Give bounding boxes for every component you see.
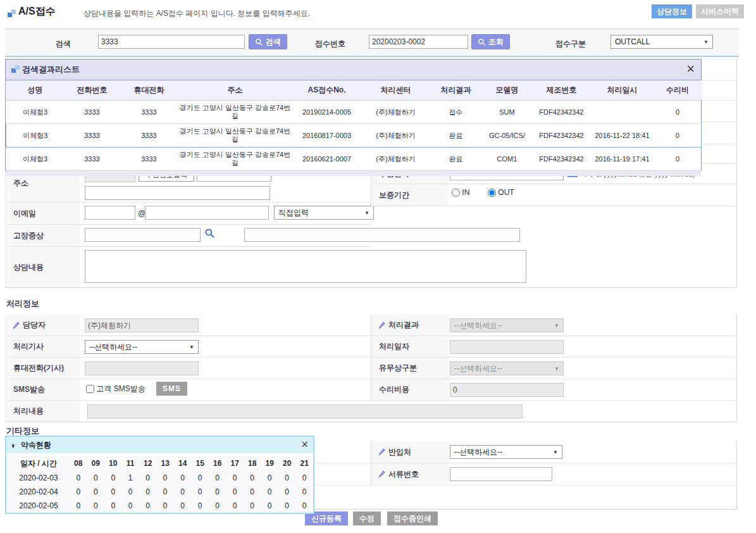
inquiry-button[interactable]: 조회 <box>471 34 510 49</box>
chevron-down-icon: ▼ <box>553 449 558 455</box>
carry-in-select[interactable]: --선택하세요-- ▼ <box>450 445 562 459</box>
process-content-input <box>87 404 523 418</box>
appointment-row: 2020-02-0400000000000000 <box>8 485 313 499</box>
appointment-date: 2020-02-03 <box>8 471 70 485</box>
appointment-popup-header: ◐ 약속현황 × <box>6 437 313 453</box>
appointment-popup: ◐ 약속현황 × 일자 / 시간080910111213141516171819… <box>5 436 314 514</box>
result-header-row: 성명전화번호휴대전화주소AS접수No.처리센터처리결과모델명제조번호처리일시수리… <box>6 80 702 101</box>
result-column-header: AS접수No. <box>292 80 362 101</box>
receipt-type-select[interactable]: OUTCALL ▼ <box>610 35 713 49</box>
sms-checkbox[interactable]: 고객 SMS발송 <box>86 384 146 394</box>
appointment-date: 2020-02-05 <box>8 499 70 513</box>
result-column-header: 처리결과 <box>430 80 482 101</box>
hour-header: 14 <box>174 456 192 471</box>
appointment-count: 0 <box>209 471 226 485</box>
email-id-input[interactable] <box>85 206 135 220</box>
close-icon[interactable]: × <box>301 437 308 452</box>
process-date-label-cell: 처리일자 <box>371 336 449 357</box>
symptom-code-input[interactable] <box>85 228 201 242</box>
process-form: 담당자 처리기사 --선택하세요-- ▼ 휴대전화(기사) SMS발송 고객 S… <box>5 315 737 422</box>
page-title: A/S접수 <box>18 5 56 18</box>
paid-type-select: --선택하세요-- ▼ <box>450 361 564 375</box>
warranty-label: 보증기간 <box>379 190 409 201</box>
consult-content-label: 상담내용 <box>13 262 44 273</box>
result-row[interactable]: 이체험333333333경기도 고양시 일산동구 강송로74번길20160817… <box>6 124 702 147</box>
appointment-count: 0 <box>139 485 157 499</box>
warranty-in-radio[interactable]: IN <box>452 188 469 197</box>
warranty-out-radio[interactable]: OUT <box>488 188 514 197</box>
process-content-label-cell: 처리내용 <box>6 401 80 422</box>
paid-type-label: 유무상구분 <box>379 363 417 373</box>
email-domain-input[interactable] <box>145 206 269 220</box>
appointment-count: 0 <box>261 499 278 513</box>
result-column-header: 처리센터 <box>362 80 430 101</box>
appointment-count: 0 <box>295 471 313 485</box>
result-column-header: 모델명 <box>482 80 533 101</box>
chevron-down-icon: ▼ <box>554 366 559 372</box>
result-column-header: 주소 <box>178 80 292 101</box>
appointment-count: 0 <box>261 471 278 485</box>
as-reception-page: A/S접수 상담내용을 입력하는 A/S접수 페이지 입니다. 정보를 입력해주… <box>0 0 756 533</box>
appointment-count: 0 <box>191 485 209 499</box>
hour-header: 09 <box>87 456 104 471</box>
appointment-count: 0 <box>226 499 244 513</box>
search-button[interactable]: 검색 <box>249 34 287 49</box>
result-row[interactable]: 이체험333333333경기도 고양시 일산동구 강송로74번길20190214… <box>6 101 702 124</box>
appointment-count: 0 <box>226 485 244 499</box>
result-column-header: 수리비 <box>654 80 702 101</box>
carry-in-label: 반입처 <box>388 447 411 458</box>
pen-icon <box>379 448 385 456</box>
address-detail-input[interactable] <box>85 186 270 200</box>
manager-label: 담당자 <box>23 320 46 330</box>
manager-input <box>85 318 199 332</box>
hour-header: 21 <box>295 456 313 471</box>
consult-content-textarea[interactable] <box>85 250 526 283</box>
process-date-input <box>450 340 564 354</box>
process-section-title: 처리정보 <box>6 298 39 310</box>
close-icon[interactable]: × <box>686 60 695 78</box>
print-button[interactable]: 접수증인쇄 <box>387 511 438 525</box>
search-icon <box>478 38 486 46</box>
service-history-button[interactable]: 서비스이력 <box>696 4 744 18</box>
divider <box>371 206 738 206</box>
email-domain-select[interactable]: 직접입력 ▼ <box>274 206 374 220</box>
doc-no-input[interactable] <box>450 467 552 481</box>
repair-cost-input <box>450 383 564 397</box>
consult-info-button[interactable]: 상담정보 <box>652 4 692 18</box>
appointment-count: 0 <box>104 471 122 485</box>
appointment-count: 0 <box>174 485 192 499</box>
hour-header: 19 <box>261 456 278 471</box>
engineer-select[interactable]: --선택하세요-- ▼ <box>85 340 199 354</box>
appointment-count: 0 <box>70 471 87 485</box>
appointment-count: 0 <box>209 499 226 513</box>
appointment-date: 2020-02-04 <box>8 485 70 499</box>
appointment-count: 0 <box>244 485 261 499</box>
search-result-popup: 검색결과리스트 × 성명전화번호휴대전화주소AS접수No.처리센터처리결과모델명… <box>5 59 702 171</box>
hour-header: 08 <box>70 456 87 471</box>
sms-send-button[interactable]: SMS <box>156 382 187 396</box>
result-column-header: 휴대전화 <box>120 80 178 101</box>
modify-button[interactable]: 수정 <box>353 511 381 525</box>
symptom-text-input[interactable] <box>244 228 520 242</box>
page-subtitle: 상담내용을 입력하는 A/S접수 페이지 입니다. 정보를 입력해주세요. <box>84 8 310 19</box>
appointment-count: 0 <box>70 485 87 499</box>
appointment-count: 0 <box>104 499 122 513</box>
symptom-search-icon[interactable] <box>204 228 215 241</box>
pen-icon <box>379 470 385 478</box>
search-input[interactable] <box>98 35 245 49</box>
search-result-popup-header: 검색결과리스트 × <box>6 60 701 80</box>
chevron-down-icon: ▼ <box>189 344 194 350</box>
address-label: 주소 <box>13 178 28 189</box>
popup-footer-strip <box>6 171 701 176</box>
search-icon <box>255 38 263 46</box>
search-bar: 검색 검색 접수번호 조회 접수구분 OUTCALL ▼ <box>5 28 739 57</box>
receipt-no-input[interactable] <box>369 35 468 49</box>
hour-header: 12 <box>139 456 157 471</box>
doc-no-label-cell: 서류번호 <box>371 463 449 485</box>
appointment-count: 0 <box>104 485 122 499</box>
result-row[interactable]: 이체험333333333경기도 고양시 일산동구 강송로74번길20160621… <box>6 147 702 171</box>
appointment-count: 0 <box>87 499 104 513</box>
appointment-count: 0 <box>209 485 226 499</box>
appointment-count: 0 <box>174 471 192 485</box>
receipt-type-label: 접수구분 <box>555 39 586 49</box>
